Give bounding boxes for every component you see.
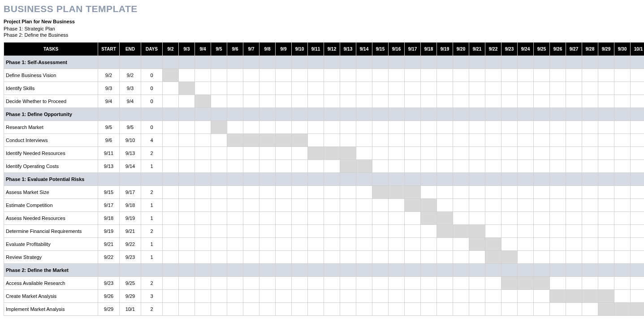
gantt-cell <box>518 264 534 277</box>
gantt-cell <box>566 160 582 173</box>
gantt-cell <box>292 277 308 290</box>
gantt-cell <box>211 69 227 82</box>
gantt-cell <box>405 121 421 134</box>
gantt-cell <box>195 225 211 238</box>
gantt-cell <box>485 121 501 134</box>
gantt-cell <box>631 277 644 290</box>
gantt-cell <box>469 186 485 199</box>
gantt-cell <box>163 95 179 108</box>
gantt-cell <box>631 264 644 277</box>
gantt-cell <box>243 225 259 238</box>
gantt-cell <box>405 160 421 173</box>
gantt-cell <box>179 134 195 147</box>
gantt-cell <box>437 186 453 199</box>
gantt-cell <box>437 121 453 134</box>
gantt-cell <box>534 160 550 173</box>
gantt-cell <box>566 251 582 264</box>
task-start: 9/3 <box>98 82 120 95</box>
gantt-cell <box>356 186 372 199</box>
gantt-cell <box>582 69 598 82</box>
task-name: Assess Needed Resources <box>4 212 98 225</box>
task-row: Conduct Interviews9/69/104 <box>4 134 644 147</box>
gantt-cell <box>292 251 308 264</box>
gantt-cell <box>534 277 550 290</box>
task-start: 9/4 <box>98 95 120 108</box>
gantt-cell <box>421 173 437 186</box>
task-row: Identify Needed Resources9/119/132 <box>4 147 644 160</box>
gantt-cell <box>195 290 211 303</box>
gantt-cell <box>324 56 340 69</box>
gantt-cell <box>582 173 598 186</box>
gantt-cell <box>227 225 243 238</box>
gantt-cell <box>356 56 372 69</box>
gantt-cell <box>469 95 485 108</box>
gantt-cell <box>501 303 518 316</box>
gantt-cell <box>292 238 308 251</box>
gantt-cell <box>308 56 324 69</box>
gantt-cell <box>421 264 437 277</box>
gantt-cell <box>259 147 276 160</box>
task-end: 9/10 <box>120 134 141 147</box>
gantt-cell <box>195 82 211 95</box>
task-days: 0 <box>141 69 163 82</box>
gantt-cell <box>501 160 518 173</box>
gantt-cell <box>356 277 372 290</box>
gantt-cell <box>421 225 437 238</box>
gantt-cell <box>372 238 389 251</box>
gantt-cell <box>389 95 405 108</box>
gantt-cell <box>389 277 405 290</box>
task-name: Identify Operating Costs <box>4 160 98 173</box>
gantt-cell <box>211 108 227 121</box>
gantt-cell <box>276 69 292 82</box>
meta-line: Phase 2: Define the Business <box>4 32 640 38</box>
task-end: 10/1 <box>120 303 141 316</box>
gantt-cell <box>631 173 644 186</box>
gantt-cell <box>340 277 356 290</box>
gantt-cell <box>259 160 276 173</box>
task-days: 2 <box>141 277 163 290</box>
gantt-cell <box>243 277 259 290</box>
gantt-cell <box>501 108 518 121</box>
gantt-cell <box>437 147 453 160</box>
gantt-cell <box>405 212 421 225</box>
gantt-cell <box>550 160 566 173</box>
gantt-cell <box>163 212 179 225</box>
gantt-cell <box>469 277 485 290</box>
gantt-cell <box>614 199 631 212</box>
gantt-cell <box>631 134 644 147</box>
gantt-cell <box>550 199 566 212</box>
gantt-cell <box>292 134 308 147</box>
gantt-cell <box>356 108 372 121</box>
gantt-cell <box>453 277 469 290</box>
column-header-date: 9/11 <box>308 43 324 56</box>
gantt-cell <box>469 134 485 147</box>
gantt-cell <box>389 82 405 95</box>
gantt-cell <box>485 186 501 199</box>
gantt-cell <box>534 56 550 69</box>
task-name: Research Market <box>4 121 98 134</box>
gantt-cell <box>179 121 195 134</box>
gantt-cell <box>163 264 179 277</box>
column-header-tasks: TASKS <box>4 43 98 56</box>
gantt-cell <box>405 134 421 147</box>
column-header-date: 9/3 <box>179 43 195 56</box>
gantt-cell <box>179 160 195 173</box>
gantt-cell <box>405 108 421 121</box>
gantt-cell <box>243 108 259 121</box>
gantt-cell <box>195 238 211 251</box>
gantt-cell <box>292 69 308 82</box>
gantt-cell <box>421 56 437 69</box>
gantt-cell <box>469 82 485 95</box>
gantt-cell <box>518 277 534 290</box>
gantt-cell <box>292 199 308 212</box>
gantt-cell <box>308 134 324 147</box>
gantt-cell <box>243 212 259 225</box>
gantt-cell <box>421 290 437 303</box>
gantt-cell <box>163 199 179 212</box>
gantt-cell <box>259 121 276 134</box>
gantt-cell <box>518 212 534 225</box>
gantt-cell <box>582 147 598 160</box>
gantt-cell <box>389 186 405 199</box>
gantt-cell <box>614 277 631 290</box>
column-header-date: 9/16 <box>389 43 405 56</box>
